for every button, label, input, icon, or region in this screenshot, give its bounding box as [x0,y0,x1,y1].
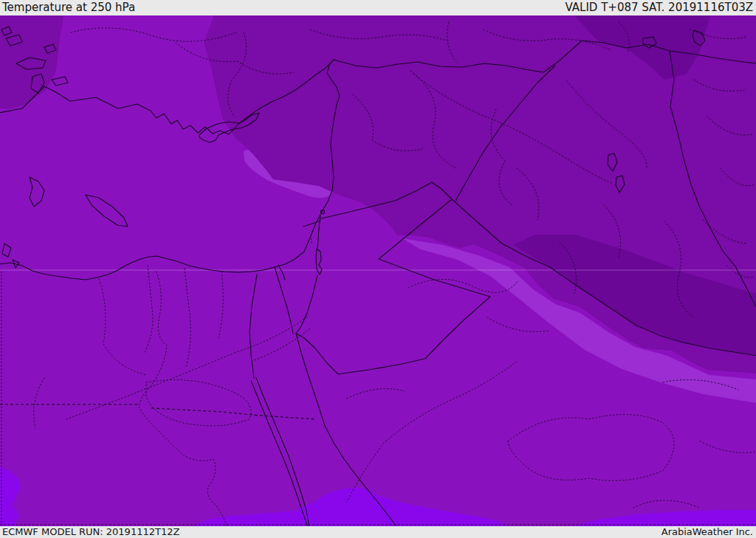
footer-bar: ECMWF MODEL RUN: 20191112T12Z ArabiaWeat… [0,526,756,538]
map-canvas [0,15,756,526]
weather-map [0,15,756,526]
credit-label: ArabiaWeather Inc. [662,526,753,538]
valid-time-label: VALID T+087 SAT. 20191116T03Z [566,0,753,15]
map-title: Temperature at 250 hPa [2,0,135,15]
header-bar: Temperature at 250 hPa VALID T+087 SAT. … [0,0,756,15]
model-run-label: ECMWF MODEL RUN: 20191112T12Z [2,526,179,538]
